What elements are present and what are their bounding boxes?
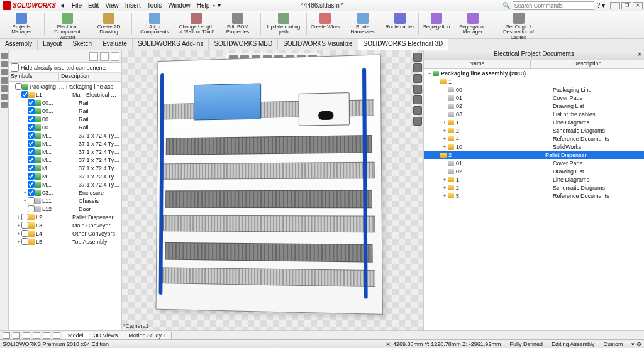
doc-row[interactable]: −Packaging line assembly (2013)	[424, 69, 644, 77]
expand-icon[interactable]: +	[23, 198, 28, 204]
row-checkbox[interactable]	[28, 164, 35, 172]
row-checkbox[interactable]	[28, 197, 35, 205]
taskpane-icon[interactable]	[413, 85, 422, 94]
taskpane-icon[interactable]	[413, 117, 422, 126]
taskpane-icon[interactable]	[413, 63, 422, 72]
ribbon-button[interactable]: Edit BOM Properties	[219, 13, 257, 35]
doc-row[interactable]: +2Schematic Diagrams	[424, 126, 644, 134]
tab[interactable]: Assembly	[0, 39, 38, 50]
expand-icon[interactable]	[100, 52, 109, 61]
expand-icon[interactable]: +	[441, 177, 448, 183]
component-tree[interactable]: −Packaging li...Packaging line assem...−…	[9, 82, 121, 330]
row-checkbox[interactable]	[28, 156, 35, 164]
tree-row[interactable]: M...37.1 x 72.4 Type MC ...	[10, 172, 120, 180]
row-checkbox[interactable]	[28, 107, 35, 115]
expand-icon[interactable]: −	[426, 70, 433, 77]
expand-icon[interactable]: +	[23, 190, 28, 196]
restore-button[interactable]: ❐	[621, 2, 631, 9]
tree-row[interactable]: −Packaging li...Packaging line assem...	[10, 82, 120, 90]
menu-view[interactable]: View	[105, 2, 119, 9]
menu-window[interactable]: Window	[168, 2, 191, 9]
ribbon-button[interactable]: Create Wires	[311, 13, 340, 30]
tree-row[interactable]: +03...Enclosure	[10, 188, 120, 197]
tree-row[interactable]: +L3Main Conveyor	[10, 221, 120, 229]
tree-row[interactable]: +L5Top Assembly	[10, 237, 120, 246]
tree-row[interactable]: M...37.1 x 72.4 Type MC ...	[10, 131, 120, 139]
tree-row[interactable]: −L1Main Electrical Enclo...	[10, 90, 120, 99]
ribbon-button[interactable]: Route Harnesses	[344, 13, 382, 35]
expand-icon[interactable]: −	[434, 152, 440, 158]
row-checkbox[interactable]	[21, 237, 28, 246]
tool-icon[interactable]	[1, 94, 8, 100]
menu-file[interactable]: File	[72, 2, 82, 9]
tool-icon[interactable]	[1, 69, 8, 75]
taskpane-icon[interactable]	[413, 53, 422, 62]
menu-more-icon[interactable]: ⋆ ▾	[209, 2, 223, 9]
view-icon[interactable]	[13, 332, 20, 339]
menu-tools[interactable]: Tools	[147, 2, 162, 9]
tree-row[interactable]: 00...Rail	[10, 123, 120, 131]
row-checkbox[interactable]	[21, 229, 28, 237]
row-checkbox[interactable]	[15, 82, 22, 90]
tree-row[interactable]: 00...Rail	[10, 115, 120, 123]
nav-back-icon[interactable]: ◄	[57, 2, 68, 9]
view-icon[interactable]	[3, 332, 10, 339]
doc-row[interactable]: 01Cover Page	[424, 159, 644, 167]
doc-row[interactable]: +1Line Diagrams	[424, 175, 644, 183]
row-checkbox[interactable]	[21, 221, 28, 229]
motion-tab[interactable]: Model	[63, 332, 89, 339]
expand-icon[interactable]: +	[16, 231, 21, 237]
tab[interactable]: Evaluate	[97, 39, 133, 50]
motion-tab[interactable]: 3D Views	[89, 332, 124, 339]
row-checkbox[interactable]	[28, 131, 35, 139]
taskpane-icon[interactable]	[413, 74, 422, 83]
view-icon[interactable]	[53, 332, 60, 339]
tree-row[interactable]: 00...Rail	[10, 107, 120, 115]
settings-icon[interactable]: ▾ ⚙	[631, 341, 641, 347]
tool-icon[interactable]	[1, 61, 8, 67]
doc-row[interactable]: +5Reference Documents	[424, 192, 644, 200]
doc-row[interactable]: 01Cover Page	[424, 94, 644, 102]
tab[interactable]: SOLIDWORKS Electrical 3D	[358, 39, 449, 50]
tree-row[interactable]: +L11Chassis	[10, 197, 120, 205]
expand-icon[interactable]: −	[16, 92, 21, 98]
expand-icon[interactable]: −	[10, 84, 15, 90]
expand-icon[interactable]: +	[441, 193, 448, 199]
menu-help[interactable]: Help	[197, 2, 210, 9]
row-checkbox[interactable]	[28, 115, 35, 123]
tree-row[interactable]: M...37.1 x 72.4 Type MC ...	[10, 180, 120, 188]
doc-row[interactable]: 02Drawing List	[424, 102, 644, 110]
expand-icon[interactable]: +	[441, 119, 448, 126]
tool-icon[interactable]	[1, 102, 8, 108]
tree-row[interactable]: +L2Pallet Dispenser	[10, 213, 120, 221]
taskpane-icon[interactable]	[413, 106, 422, 115]
doc-row[interactable]: +4Reference Documents	[424, 134, 644, 143]
row-checkbox[interactable]	[28, 99, 35, 107]
row-checkbox[interactable]	[28, 180, 35, 188]
expand-icon[interactable]: +	[16, 214, 21, 220]
col-symbols[interactable]: Symbols	[9, 73, 59, 81]
tool-icon[interactable]	[1, 77, 8, 84]
col-name[interactable]: Name	[424, 60, 531, 68]
row-checkbox[interactable]	[28, 139, 35, 148]
refresh-icon[interactable]	[111, 52, 119, 61]
row-checkbox[interactable]	[21, 213, 28, 221]
collapse-icon[interactable]	[89, 52, 98, 61]
view-icon[interactable]	[23, 332, 30, 339]
col-desc[interactable]: Description	[531, 60, 644, 68]
expand-icon[interactable]: +	[441, 136, 448, 142]
ribbon-button[interactable]: Create 2D Drawing	[90, 13, 128, 35]
ribbon-button[interactable]: Route cables	[386, 13, 415, 30]
row-checkbox[interactable]	[28, 148, 35, 156]
tab[interactable]: SOLIDWORKS Visualize	[278, 39, 358, 50]
row-checkbox[interactable]	[28, 123, 35, 131]
ribbon-button[interactable]: Segregation	[423, 13, 450, 30]
expand-icon[interactable]: −	[434, 79, 440, 85]
tree-row[interactable]: M...37.1 x 72.4 Type MC ...	[10, 164, 120, 172]
ribbon-button[interactable]: Electrical Component Wizard	[48, 13, 86, 40]
ribbon-button[interactable]: Projects Manager	[3, 13, 40, 35]
search-icon[interactable]: 🔍	[502, 2, 510, 9]
doc-row[interactable]: 03List of the cables	[424, 110, 644, 118]
doc-row[interactable]: 00Packaging Line	[424, 85, 644, 94]
ribbon-button[interactable]: Change Length of 'Rail' or 'Duct'	[177, 13, 215, 35]
